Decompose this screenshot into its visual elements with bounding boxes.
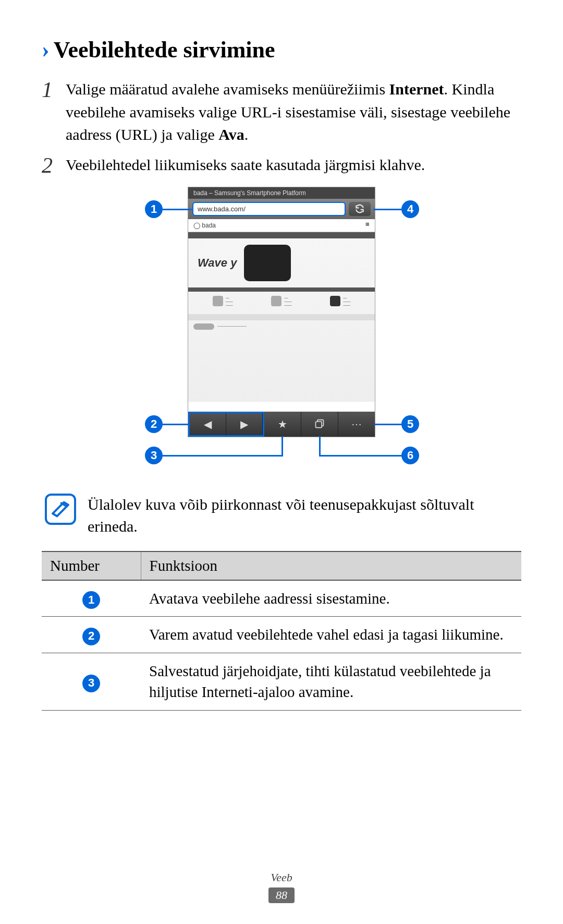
svg-rect-0 [316,422,322,428]
nav-forward-button[interactable]: ▶ [226,413,263,435]
step1-text-a: Valige määratud avalehe avamiseks menüür… [66,80,389,98]
note-block: Ülalolev kuva võib piirkonnast või teenu… [42,494,521,537]
footer-category: Veeb [0,871,563,884]
step-2: 2 Veebilehtedel liikumiseks saate kasuta… [42,153,521,177]
note-text: Ülalolev kuva võib piirkonnast või teenu… [88,494,521,537]
callout-1: 1 [145,200,163,218]
callout-3: 3 [145,447,163,464]
row-number: 2 [82,628,100,645]
phone-image [244,245,291,281]
footer-page-number: 88 [268,887,295,903]
callout-6: 6 [401,447,419,464]
phone-title: bada – Samsung's Smartphone Platform [188,187,375,199]
nav-bookmarks-button[interactable]: ★ [264,412,301,437]
callout-line [163,455,283,457]
step-number: 2 [42,153,66,177]
table-header-function: Funktsioon [141,551,521,580]
callout-5: 5 [401,415,419,433]
step1-bold2: Ava [218,126,244,143]
callout-line [163,424,189,425]
callout-line [282,436,283,457]
step1-text-c: . [244,126,249,143]
callout-line [319,455,402,457]
step-body: Valige määratud avalehe avamiseks menüür… [66,78,521,146]
url-bar: www.bada.com/ [188,199,375,219]
brand-label: bada [202,222,216,229]
note-icon [45,494,76,525]
wave-label: Wave y [198,256,237,270]
chevron-icon: › [42,37,50,63]
row-number: 1 [82,591,100,609]
row-text: Varem avatud veebilehtede vahel edasi ja… [141,617,521,653]
row-number: 3 [82,675,100,692]
callout-line [374,424,402,425]
callout-line [163,209,192,210]
callout-line [319,436,321,457]
callout-4: 4 [401,200,419,218]
nav-back-button[interactable]: ◀ [190,413,226,435]
bottom-nav: ◀ ▶ ★ ⋯ [188,412,375,437]
page-footer: Veeb 88 [0,871,563,903]
refresh-button[interactable] [349,202,371,216]
callout-line [373,209,402,210]
section-heading: › Veebilehtede sirvimine [42,37,521,63]
step-1: 1 Valige määratud avalehe avamiseks menü… [42,78,521,146]
callout-2: 2 [145,415,163,433]
step1-bold1: Internet [389,80,444,98]
url-input[interactable]: www.bada.com/ [192,202,346,216]
table-header-number: Number [42,551,141,580]
functions-table: Number Funktsioon 1 Avatava veebilehe aa… [42,551,521,711]
table-row: 1 Avatava veebilehe aadressi sisestamine… [42,580,521,617]
step-number: 1 [42,78,66,146]
table-row: 2 Varem avatud veebilehtede vahel edasi … [42,617,521,653]
phone-screen: bada – Samsung's Smartphone Platform www… [188,187,375,437]
nav-windows-button[interactable] [301,412,338,437]
browser-figure: bada – Samsung's Smartphone Platform www… [125,187,438,479]
table-row: 3 Salvestatud järjehoidjate, tihti külas… [42,653,521,710]
step-body: Veebilehtedel liikumiseks saate kasutada… [66,153,521,177]
row-text: Salvestatud järjehoidjate, tihti külasta… [141,653,521,710]
web-content: ◯ bada ▦ Wave y ————— ————— ————— [188,219,375,402]
row-text: Avatava veebilehe aadressi sisestamine. [141,580,521,617]
heading-text: Veebilehtede sirvimine [54,37,275,63]
nav-more-button[interactable]: ⋯ [338,412,375,437]
